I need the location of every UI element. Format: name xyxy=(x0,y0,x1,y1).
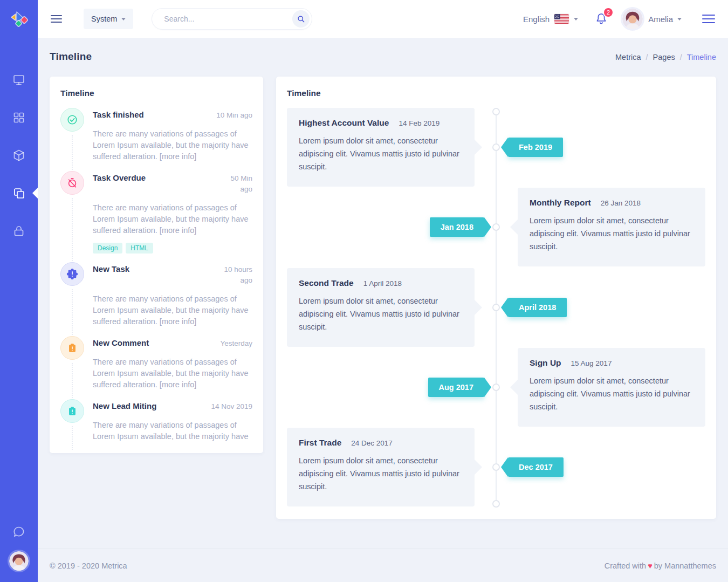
timeline-entry: Highest Account Value 14 Feb 2019 Lorem … xyxy=(287,108,475,187)
us-flag-icon xyxy=(554,14,569,24)
entry-body: Lorem ipsum dolor sit amet, consectetur … xyxy=(530,374,693,413)
activity-time: 50 Min ago xyxy=(220,171,252,195)
activity-timeline-card: Timeline Task finished 10 Min ago There … xyxy=(50,77,263,453)
tag-badge: HTML xyxy=(126,243,153,254)
clipboard-exclamation-icon xyxy=(60,399,84,423)
activity-description: There are many variations of passages of… xyxy=(93,420,252,442)
card-title: Timeline xyxy=(287,87,705,99)
activity-description: There are many variations of passages of… xyxy=(93,202,252,236)
timeline-node xyxy=(492,384,500,391)
timeline-date-badge: Aug 2017 xyxy=(428,378,484,397)
user-avatar[interactable] xyxy=(622,9,643,29)
activity-description: There are many variations of passages of… xyxy=(93,128,252,162)
notification-count-badge: 2 xyxy=(603,7,614,18)
language-selector[interactable]: English xyxy=(523,14,578,24)
sidebar-item-apps[interactable] xyxy=(12,111,25,124)
activity-title: New Comment xyxy=(93,336,149,349)
search-button[interactable] xyxy=(292,10,310,28)
activity-time: 10 hours ago xyxy=(220,262,252,286)
activity-title: New Task xyxy=(93,262,129,286)
grid-icon xyxy=(12,111,25,124)
activity-item: New Task 10 hours ago There are many var… xyxy=(60,262,252,336)
page-title: Timeline xyxy=(50,51,92,63)
search-bar xyxy=(152,8,312,30)
entry-title: Monthly Report xyxy=(530,198,591,208)
search-input[interactable] xyxy=(164,15,292,23)
card-title: Timeline xyxy=(60,87,252,99)
user-name: Amelia xyxy=(648,15,673,24)
entry-title: First Trade xyxy=(299,438,341,448)
package-icon xyxy=(12,149,25,162)
topbar: System English xyxy=(38,0,728,38)
breadcrumb-pages[interactable]: Pages xyxy=(653,53,675,61)
timeline-connector xyxy=(72,289,73,335)
system-dropdown[interactable]: System xyxy=(84,9,133,29)
entry-body: Lorem ipsum dolor sit amet, consectetur … xyxy=(299,134,463,173)
active-item-marker xyxy=(32,188,38,198)
sidebar-user-avatar[interactable] xyxy=(9,551,29,571)
user-menu[interactable]: Amelia xyxy=(648,15,682,24)
activity-description: There are many variations of passages of… xyxy=(93,293,252,327)
chevron-down-icon xyxy=(574,18,578,20)
sidebar-item-pages[interactable] xyxy=(12,187,25,200)
lock-icon xyxy=(12,224,25,237)
chevron-down-icon xyxy=(121,18,126,20)
timeline-connector xyxy=(72,135,73,170)
language-label: English xyxy=(523,15,550,24)
activity-tags: Design HTML xyxy=(93,243,252,254)
activity-item: New Lead Miting 14 Nov 2019 There are ma… xyxy=(60,399,252,451)
entry-date: 24 Dec 2017 xyxy=(351,439,393,447)
timeline-entry: Sign Up 15 Aug 2017 Lorem ipsum dolor si… xyxy=(518,348,705,427)
entry-date: 26 Jan 2018 xyxy=(601,199,641,207)
chevron-down-icon xyxy=(677,18,682,20)
breadcrumb-metrica[interactable]: Metrica xyxy=(615,53,641,61)
entry-body: Lorem ipsum dolor sit amet, consectetur … xyxy=(299,295,463,333)
timeline-node xyxy=(492,143,500,151)
timeline-date-badge: April 2018 xyxy=(508,298,567,317)
topbar-right: English xyxy=(523,9,728,29)
timeline-entry: Second Trade 1 April 2018 Lorem ipsum do… xyxy=(287,268,475,347)
timeline-node xyxy=(492,463,500,471)
timeline-endpoint xyxy=(492,500,500,508)
timeline-connector xyxy=(72,198,73,261)
chat-icon xyxy=(12,525,25,538)
timeline-connector xyxy=(72,363,73,398)
sidebar-item-chat[interactable] xyxy=(12,525,25,538)
search-icon xyxy=(296,14,306,24)
activity-item: Task finished 10 Min ago There are many … xyxy=(60,108,252,171)
sidebar xyxy=(0,0,38,582)
timeline-date-badge: Dec 2017 xyxy=(508,457,564,477)
activity-time: 10 Min ago xyxy=(216,108,252,121)
app-logo[interactable] xyxy=(9,9,29,29)
breadcrumb: Metrica / Pages / Timeline xyxy=(615,53,716,61)
notifications-button[interactable]: 2 xyxy=(594,12,608,26)
settings-menu-button[interactable] xyxy=(700,10,717,28)
crafted-text: Crafted with♥by Mannatthemes xyxy=(605,562,716,570)
tag-badge: Design xyxy=(93,243,122,254)
timeline-node xyxy=(492,223,500,231)
activity-description: There are many variations of passages of… xyxy=(93,357,252,391)
timeline-entry: First Trade 24 Dec 2017 Lorem ipsum dolo… xyxy=(287,428,475,506)
sidebar-item-components[interactable] xyxy=(12,149,25,162)
entry-body: Lorem ipsum dolor sit amet, consectetur … xyxy=(299,454,463,493)
activity-title: Task Overdue xyxy=(93,171,146,195)
entry-title: Second Trade xyxy=(299,278,354,288)
menu-toggle-button[interactable] xyxy=(49,11,64,27)
entry-date: 15 Aug 2017 xyxy=(571,359,612,367)
activity-list: Task finished 10 Min ago There are many … xyxy=(60,108,252,451)
clipboard-exclamation-icon xyxy=(60,336,84,360)
activity-title: Task finished xyxy=(93,108,144,121)
timeline-endpoint xyxy=(492,108,500,115)
check-circle-icon xyxy=(60,108,84,132)
activity-item: New Comment Yesterday There are many var… xyxy=(60,336,252,399)
timer-off-icon xyxy=(60,171,84,195)
sidebar-item-dashboard[interactable] xyxy=(12,73,25,86)
timeline-entry: Monthly Report 26 Jan 2018 Lorem ipsum d… xyxy=(518,188,705,266)
entry-date: 14 Feb 2019 xyxy=(399,119,439,127)
sidebar-item-authentication[interactable] xyxy=(12,224,25,237)
timeline-node xyxy=(492,304,500,311)
entry-body: Lorem ipsum dolor sit amet, consectetur … xyxy=(530,214,693,253)
entry-title: Highest Account Value xyxy=(299,118,389,128)
copy-icon xyxy=(12,187,25,200)
history-timeline-card: Timeline Highest Account Value 14 Feb 20… xyxy=(276,77,716,519)
